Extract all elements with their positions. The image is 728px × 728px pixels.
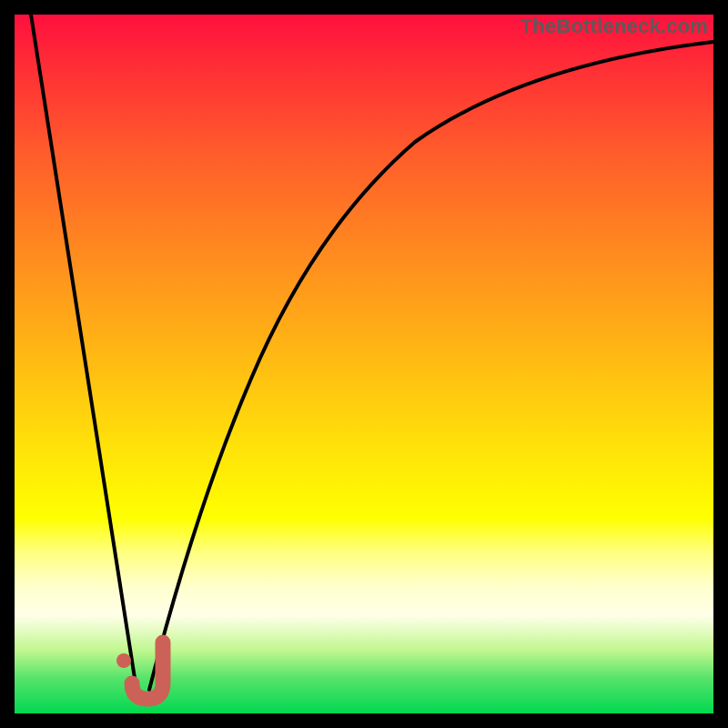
j-marker-dot [116,653,131,668]
bottleneck-curve-left [31,15,136,690]
j-marker [116,642,163,699]
j-marker-hook [132,642,163,699]
chart-svg [15,15,713,713]
chart-frame: TheBottleneck.com [0,0,728,728]
plot-area: TheBottleneck.com [15,15,713,713]
bottleneck-curve-right [149,42,713,690]
